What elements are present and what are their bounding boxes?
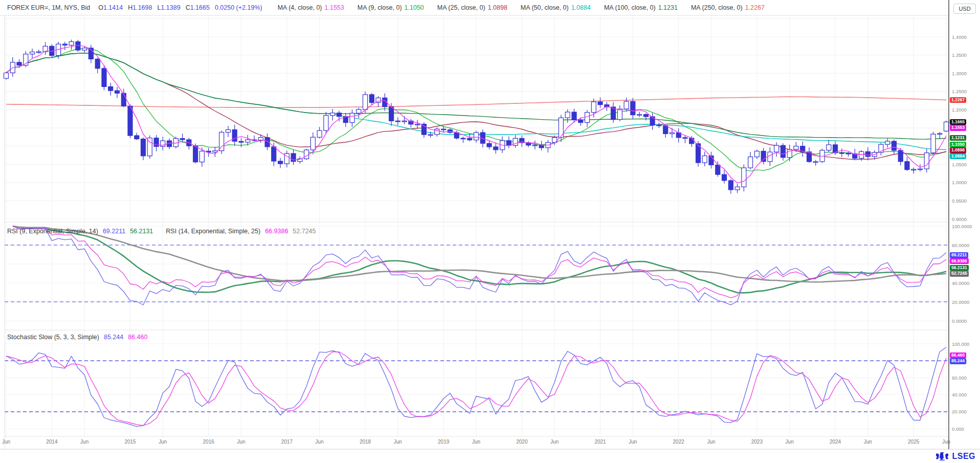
stoch-axis-tick: 100.000 — [952, 341, 969, 347]
ma-legend-item: MA (100, close, 0)1.1231 — [604, 4, 678, 11]
stoch-axis-tick: 40.000 — [952, 392, 967, 398]
stoch-axis-badge: 86.460 — [950, 352, 966, 359]
rsi-axis-badge: 69.2211 — [950, 252, 968, 258]
rsi-axis-badge: 66.9386 — [950, 258, 969, 264]
price-axis-badge: 1.2267 — [950, 97, 966, 103]
x-axis-label: Jun — [935, 439, 957, 445]
price-axis-tick: 1.0500 — [952, 162, 967, 167]
rsi-axis-tick: 20.0000 — [952, 299, 969, 305]
x-axis-label: Jun — [151, 439, 174, 445]
x-axis-label: Jun — [543, 439, 566, 445]
x-axis-label: Jun — [73, 439, 96, 445]
stochastic-legend-label: Stochastic Slow (5, 3, 3, Simple) — [7, 334, 99, 341]
rsi-legend-value: 69.2211 — [103, 228, 125, 235]
x-axis-label: Jun — [778, 439, 801, 445]
rsi-legend-value: 56.2131 — [130, 228, 153, 235]
x-axis-label: Jun — [700, 439, 723, 445]
x-axis-label: Jun — [857, 439, 879, 445]
ma-legend-item: MA (250, close, 0)1.2267 — [691, 4, 765, 11]
x-axis-label: Jun — [387, 439, 409, 445]
price-axis-tick: 1.2000 — [952, 107, 967, 113]
x-axis-label: 2020 — [510, 439, 533, 445]
ma-legend-item: MA (50, close, 0)1.0884 — [521, 4, 591, 11]
x-axis-label: 2024 — [824, 439, 847, 445]
change-value: 0.0250 (+2.19%) — [215, 4, 262, 11]
x-axis-label: 2021 — [589, 439, 612, 445]
ma-legend-item: MA (25, close, 0)1.0898 — [437, 4, 507, 11]
x-axis-label: Jun — [465, 439, 487, 445]
chart-header: FOREX EUR=, 1M, NYS, Bid O1.1414H1.1698L… — [7, 0, 778, 15]
ohlc-item-h: H1.1698 — [128, 4, 152, 11]
price-axis-tick: 1.0000 — [952, 180, 967, 185]
rsi-axis-tick: 0.0000 — [952, 318, 967, 324]
rsi-legend: RSI (9, Exponential, Simple, 14)69.22115… — [7, 228, 321, 235]
stoch-axis-badge: 85.244 — [950, 358, 966, 364]
ohlc-readout: O1.1414H1.1698L1.1389C1.1665 — [98, 4, 215, 11]
x-axis-label: 2025 — [902, 439, 925, 445]
price-axis-badge: 1.0898 — [950, 147, 966, 153]
price-axis-badge: 1.1231 — [950, 135, 966, 141]
x-axis-label: 2018 — [354, 439, 376, 445]
x-axis-label: 2015 — [119, 439, 142, 445]
x-axis-label: Jun — [230, 439, 253, 445]
x-axis-label: 2014 — [40, 439, 63, 445]
x-axis-label: Jun — [0, 439, 17, 445]
currency-axis-button[interactable]: USD — [953, 4, 976, 14]
stoch-axis-tick: 20.000 — [952, 409, 967, 414]
charting-app: { "header": { "title": "FOREX EUR=, 1M, … — [0, 0, 980, 463]
price-axis-badge: 1.1553 — [950, 125, 966, 131]
lseg-crest-icon — [935, 452, 949, 461]
stochastic-legend-value: 85.244 — [104, 334, 123, 341]
lseg-logo: LSEG — [935, 452, 975, 461]
ma-legend-item: MA (9, close, 0)1.1050 — [358, 4, 424, 11]
price-axis-tick: 1.2500 — [952, 89, 967, 94]
ohlc-item-l: L1.1389 — [157, 4, 180, 11]
price-axis-tick: 1.3500 — [952, 52, 967, 58]
x-axis-label: Jun — [308, 439, 331, 445]
x-axis-label: 2022 — [667, 439, 690, 445]
rsi-axis-tick: 100.0000 — [952, 224, 972, 229]
rsi-axis-badge: 56.2131 — [950, 265, 969, 271]
rsi-axis-tick: 80.0000 — [952, 242, 969, 248]
rsi-legend-label: RSI (9, Exponential, Simple, 14) — [7, 228, 98, 235]
ohlc-item-o: O1.1414 — [98, 4, 123, 11]
ma-legend: MA (4, close, 0)1.1553MA (9, close, 0)1.… — [278, 4, 778, 11]
price-axis-tick: 1.4000 — [952, 34, 967, 40]
ohlc-item-c: C1.1665 — [186, 4, 210, 11]
x-axis-label: 2019 — [432, 439, 455, 445]
rsi-axis-badge: 52.7245 — [950, 271, 969, 277]
stochastic-legend: Stochastic Slow (5, 3, 3, Simple)85.2448… — [7, 334, 152, 341]
x-axis-label: 2016 — [197, 439, 220, 445]
stochastic-legend-value: 86.460 — [128, 334, 147, 341]
stoch-axis-tick: 60.000 — [952, 375, 967, 381]
price-axis-tick: 1.3000 — [952, 71, 967, 76]
price-axis-badge: 1.1050 — [950, 142, 966, 148]
rsi-legend-value: 52.7245 — [293, 228, 316, 235]
rsi-legend-label: RSI (14, Exponential, Simple, 25) — [166, 228, 260, 235]
instrument-title: FOREX EUR=, 1M, NYS, Bid — [7, 4, 90, 11]
x-axis-label: Jun — [621, 439, 644, 445]
lseg-logo-text: LSEG — [952, 452, 975, 461]
ma-legend-item: MA (4, close, 0)1.1553 — [278, 4, 344, 11]
price-axis-tick: 0.9500 — [952, 198, 967, 204]
price-axis-badge: 1.0884 — [950, 153, 966, 160]
x-axis-label: 2017 — [276, 439, 298, 445]
price-axis-badge: 1.1665 — [950, 119, 966, 125]
rsi-legend-value: 66.9386 — [265, 228, 288, 235]
rsi-axis-tick: 40.0000 — [952, 280, 969, 286]
price-axis-tick: 0.9000 — [952, 216, 967, 222]
stoch-axis-tick: 0.000 — [952, 426, 964, 432]
x-axis-label: 2023 — [746, 439, 768, 445]
